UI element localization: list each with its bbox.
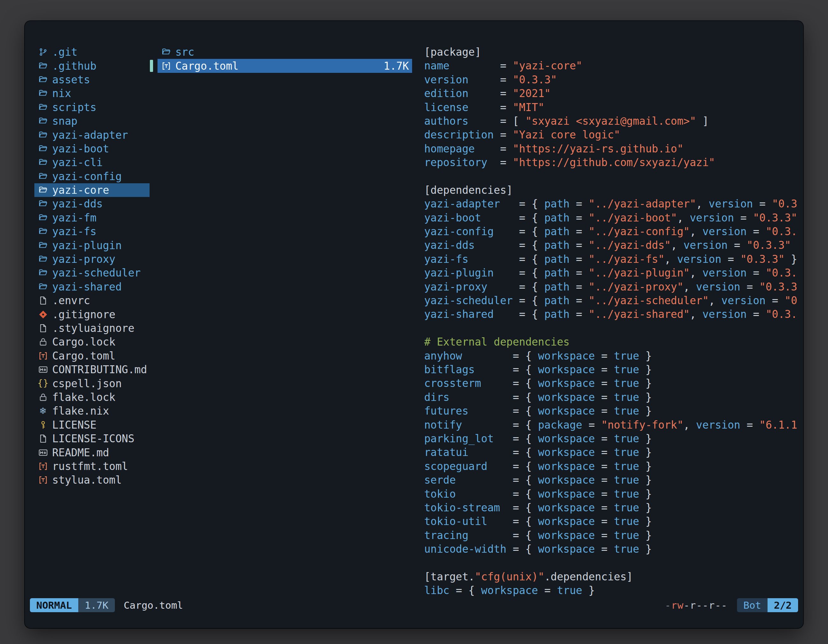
- status-bar-left: NORMAL 1.7K Cargo.toml: [30, 598, 183, 612]
- file-name: yazi-fm: [52, 212, 96, 224]
- file-row-license-icons[interactable]: LICENSE-ICONS: [34, 432, 149, 445]
- folder-icon: [160, 47, 172, 56]
- preview-line: tokio-util = { workspace = true }: [424, 514, 799, 528]
- file-name: flake.nix: [52, 405, 109, 417]
- toml-icon: [160, 61, 172, 71]
- file-row-cargo-lock[interactable]: Cargo.lock: [34, 335, 149, 349]
- current-directory-pane: srcCargo.toml1.7K: [157, 45, 412, 73]
- preview-line: name = "yazi-core": [424, 59, 799, 72]
- file-row-src[interactable]: src: [157, 45, 412, 59]
- markdown-icon: [37, 448, 49, 457]
- toml-icon: [37, 462, 49, 471]
- preview-line: edition = "2021": [424, 86, 799, 100]
- preview-line: parking_lot = { workspace = true }: [424, 432, 799, 445]
- preview-line: tracing = { workspace = true }: [424, 528, 799, 542]
- file-row-yazi-plugin[interactable]: yazi-plugin: [34, 238, 149, 252]
- preview-line: description = "Yazi core logic": [424, 128, 799, 142]
- file-row-yazi-shared[interactable]: yazi-shared: [34, 280, 149, 294]
- preview-pane: [package]name = "yazi-core"version = "0.…: [424, 45, 799, 599]
- file-row-cargo-toml[interactable]: Cargo.toml1.7K: [157, 59, 412, 72]
- file-row-yazi-cli[interactable]: yazi-cli: [34, 155, 149, 169]
- preview-line: futures = { workspace = true }: [424, 404, 799, 418]
- preview-line: yazi-dds = { path = "../yazi-dds", versi…: [424, 238, 799, 252]
- folder-icon: [37, 61, 49, 71]
- folder-icon: [37, 255, 49, 264]
- file-name: yazi-boot: [52, 143, 109, 155]
- file-name: Cargo.toml: [175, 60, 239, 72]
- preview-line: yazi-fs = { path = "../yazi-fs", version…: [424, 252, 799, 266]
- file-name: LICENSE: [52, 419, 96, 431]
- lock-icon: [37, 393, 49, 402]
- file-name: flake.lock: [52, 391, 116, 403]
- file-name: nix: [52, 87, 71, 100]
- preview-line: homepage = "https://yazi-rs.github.io": [424, 142, 799, 155]
- status-bar: NORMAL 1.7K Cargo.toml -rw-r--r-- Bot 2/…: [30, 598, 798, 612]
- desktop-background: { "colors": { "terminal_background": "#1…: [0, 0, 828, 644]
- markdown-icon: [37, 365, 49, 374]
- folder-icon: [37, 199, 49, 208]
- file-row-stylua-toml[interactable]: stylua.toml: [34, 473, 149, 487]
- folder-icon: [37, 227, 49, 236]
- json-icon: {}: [37, 379, 49, 388]
- preview-line: yazi-boot = { path = "../yazi-boot", ver…: [424, 211, 799, 225]
- file-row-yazi-config[interactable]: yazi-config: [34, 169, 149, 183]
- file-name: yazi-plugin: [52, 239, 122, 252]
- file-row-yazi-dds[interactable]: yazi-dds: [34, 197, 149, 211]
- file-size-badge: 1.7K: [78, 598, 115, 612]
- file-name: yazi-config: [52, 170, 122, 183]
- file-name: cspell.json: [52, 378, 122, 390]
- folder-icon: [37, 75, 49, 84]
- file-row-contributing-md[interactable]: CONTRIBUTING.md: [34, 363, 149, 376]
- file-row-readme-md[interactable]: README.md: [34, 445, 149, 459]
- file-name: assets: [52, 74, 90, 86]
- folder-icon: [37, 185, 49, 195]
- folder-icon: [37, 213, 49, 223]
- folder-icon: [37, 282, 49, 291]
- parent-directory-pane: .git.githubassetsnixscriptssnapyazi-adap…: [34, 45, 149, 487]
- file-row-yazi-core[interactable]: yazi-core: [34, 183, 149, 197]
- file-row-scripts[interactable]: scripts: [34, 100, 149, 114]
- file-name: LICENSE-ICONS: [52, 432, 134, 445]
- file-row--envrc[interactable]: .envrc: [34, 294, 149, 307]
- file-row-rustfmt-toml[interactable]: rustfmt.toml: [34, 459, 149, 473]
- file-name: yazi-scheduler: [52, 266, 141, 279]
- file-row-license[interactable]: LICENSE: [34, 418, 149, 432]
- preview-line: libc = { workspace = true }: [424, 584, 799, 597]
- mode-badge: NORMAL: [30, 598, 78, 612]
- folder-icon: [37, 89, 49, 98]
- status-bar-right: -rw-r--r-- Bot 2/2: [665, 598, 798, 612]
- file-row-yazi-scheduler[interactable]: yazi-scheduler: [34, 266, 149, 280]
- file-row-cargo-toml[interactable]: Cargo.toml: [34, 349, 149, 363]
- file-icon: [37, 324, 49, 333]
- file-row-yazi-boot[interactable]: yazi-boot: [34, 142, 149, 155]
- preview-line: repository = "https://github.com/sxyazi/…: [424, 155, 799, 169]
- git-diamond-icon: [37, 310, 49, 319]
- file-row-nix[interactable]: nix: [34, 86, 149, 100]
- file-row-yazi-adapter[interactable]: yazi-adapter: [34, 128, 149, 142]
- file-row-yazi-fm[interactable]: yazi-fm: [34, 211, 149, 225]
- file-row-snap[interactable]: snap: [34, 114, 149, 128]
- cursor-counter-badge: 2/2: [768, 598, 798, 612]
- file-row--github[interactable]: .github: [34, 59, 149, 72]
- file-row--git[interactable]: .git: [34, 45, 149, 59]
- file-name: CONTRIBUTING.md: [52, 364, 147, 376]
- file-permissions: -rw-r--r--: [665, 599, 728, 611]
- file-name: stylua.toml: [52, 474, 122, 486]
- file-icon: [37, 296, 49, 305]
- toml-icon: [37, 475, 49, 484]
- file-row-yazi-proxy[interactable]: yazi-proxy: [34, 252, 149, 266]
- file-row-flake-nix[interactable]: ❄flake.nix: [34, 404, 149, 418]
- file-row--styluaignore[interactable]: .styluaignore: [34, 321, 149, 335]
- file-row-cspell-json[interactable]: {}cspell.json: [34, 376, 149, 390]
- file-row-flake-lock[interactable]: flake.lock: [34, 390, 149, 404]
- file-name: src: [175, 46, 194, 58]
- file-row--gitignore[interactable]: .gitignore: [34, 307, 149, 321]
- folder-icon: [37, 130, 49, 140]
- file-row-assets[interactable]: assets: [34, 73, 149, 86]
- preview-line: authors = [ "sxyazi <sxyazi@gmail.com>" …: [424, 114, 799, 128]
- file-name: snap: [52, 115, 77, 127]
- file-row-yazi-fs[interactable]: yazi-fs: [34, 225, 149, 238]
- terminal-window: .git.githubassetsnixscriptssnapyazi-adap…: [25, 21, 803, 628]
- preview-line: [target."cfg(unix)".dependencies]: [424, 570, 799, 584]
- status-filename: Cargo.toml: [124, 599, 183, 611]
